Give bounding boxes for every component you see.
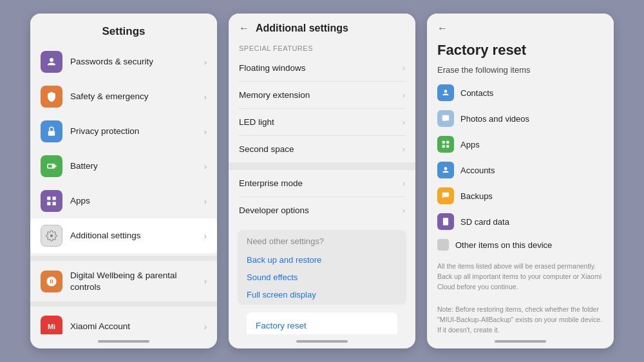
erase-backups-item: Backups (427, 183, 614, 209)
svg-rect-5 (47, 196, 50, 200)
fullscreen-display-link[interactable]: Full screen display (247, 286, 397, 303)
settings-item-label: Privacy protection (70, 126, 204, 137)
contacts-icon (437, 84, 454, 101)
back-button[interactable]: ← (239, 23, 249, 34)
chevron-icon: › (402, 117, 405, 127)
second-space-item[interactable]: Second space › (229, 136, 415, 162)
sdcard-icon (437, 213, 454, 230)
screen3-header: ← (427, 14, 614, 37)
settings-item[interactable]: Battery › (30, 149, 217, 184)
section-label: SPECIAL FEATURES (229, 39, 415, 55)
factory-reset-label: Factory reset (256, 321, 307, 330)
chevron-icon: › (402, 178, 405, 188)
list-divider (30, 301, 217, 307)
settings-item[interactable]: Digital Wellbeing & parental controls › (30, 263, 217, 299)
svg-rect-16 (442, 145, 445, 148)
screen2-additional-settings: ← Additional settings SPECIAL FEATURES F… (229, 14, 415, 348)
memory-extension-item[interactable]: Memory extension › (229, 82, 415, 108)
other-items-label: Other items on this device (455, 240, 552, 250)
settings-item[interactable]: Mi Xiaomi Account › (30, 309, 217, 334)
svg-point-18 (444, 167, 448, 170)
settings-item-label: Apps (70, 195, 204, 207)
chevron-icon: › (204, 231, 207, 241)
back-button[interactable]: ← (437, 23, 448, 34)
settings-item-additional[interactable]: Additional settings › (30, 218, 217, 253)
backups-icon (437, 187, 454, 204)
home-bar (98, 340, 149, 343)
erase-item-label: Contacts (460, 88, 493, 98)
erase-contacts-item: Contacts (427, 80, 614, 106)
checkbox-input[interactable] (437, 239, 449, 251)
svg-point-13 (444, 117, 445, 118)
led-light-item[interactable]: LED light › (229, 109, 415, 135)
svg-rect-7 (47, 202, 50, 205)
menu-item-label: Enterprise mode (239, 178, 303, 188)
wellbeing-icon (41, 271, 62, 292)
erase-item-label: Accounts (460, 166, 495, 175)
section-divider (229, 162, 415, 170)
list-divider (30, 256, 217, 261)
apps-icon (41, 190, 62, 212)
chevron-icon: › (402, 205, 405, 215)
screen1-settings: Settings Passwords & security › Safety &… (30, 14, 217, 348)
settings-item-label: Xiaomi Account (70, 321, 204, 332)
menu-item-label: Memory extension (239, 90, 310, 100)
screen1-title: Settings (30, 14, 217, 44)
menu-item-label: Second space (239, 144, 294, 154)
svg-rect-8 (53, 202, 56, 205)
erase-apps-item: Apps (427, 131, 614, 157)
settings-item[interactable]: Passwords & security › (30, 44, 217, 79)
note-text-2: Note: Before restoring items, check whet… (427, 298, 614, 334)
menu-item-label: LED light (239, 117, 274, 127)
chevron-icon: › (204, 276, 207, 286)
chevron-icon: › (204, 57, 207, 67)
chevron-icon: › (204, 162, 207, 171)
backup-restore-link[interactable]: Back up and restore (247, 251, 397, 269)
additional-icon (41, 225, 62, 247)
svg-rect-1 (48, 131, 55, 136)
svg-point-9 (50, 234, 53, 238)
battery-icon (41, 155, 62, 177)
chevron-icon: › (402, 90, 405, 100)
erase-item-label: Photos and videos (460, 114, 529, 124)
home-indicator (30, 334, 217, 348)
other-items-checkbox[interactable]: Other items on this device (427, 234, 614, 255)
floating-windows-item[interactable]: Floating windows › (229, 55, 415, 81)
chevron-icon: › (204, 127, 207, 137)
need-settings-box: Need other settings? Back up and restore… (238, 230, 406, 305)
settings-list: Passwords & security › Safety & emergenc… (30, 44, 217, 334)
erase-following-label: Erase the following items (427, 65, 614, 80)
screen3-title: Factory reset (427, 37, 614, 65)
svg-rect-3 (55, 166, 56, 167)
erase-item-label: Backups (460, 191, 493, 201)
screen2-title: Additional settings (256, 23, 348, 34)
erase-photos-item: Photos and videos (427, 106, 614, 131)
safety-icon (41, 86, 62, 108)
factory-reset-item[interactable]: Factory reset (247, 312, 397, 334)
settings-item[interactable]: Apps › (30, 184, 217, 218)
xiaomi-icon: Mi (41, 316, 62, 334)
menu-item-label: Developer options (239, 205, 309, 215)
svg-rect-17 (446, 145, 449, 148)
settings-item-label: Passwords & security (70, 56, 204, 68)
privacy-icon (41, 120, 62, 142)
settings-item[interactable]: Privacy protection › (30, 114, 217, 149)
need-settings-title: Need other settings? (247, 236, 397, 246)
home-indicator (427, 334, 614, 348)
passwords-icon (41, 51, 62, 73)
svg-rect-19 (443, 218, 448, 225)
settings-item-label: Safety & emergency (70, 91, 204, 102)
erase-sdcard-item: SD card data (427, 209, 614, 234)
erase-accounts-item: Accounts (427, 157, 614, 183)
settings-item[interactable]: Safety & emergency › (30, 79, 217, 114)
screen2-header: ← Additional settings (229, 14, 415, 39)
erase-item-label: SD card data (460, 217, 509, 227)
enterprise-mode-item[interactable]: Enterprise mode › (229, 170, 415, 196)
home-bar (495, 340, 546, 343)
svg-rect-6 (53, 196, 56, 200)
sound-effects-link[interactable]: Sound effects (247, 269, 397, 286)
developer-options-item[interactable]: Developer options › (229, 197, 415, 224)
settings-item-label: Additional settings (70, 230, 204, 242)
chevron-icon: › (402, 63, 405, 73)
erase-item-label: Apps (460, 140, 480, 149)
